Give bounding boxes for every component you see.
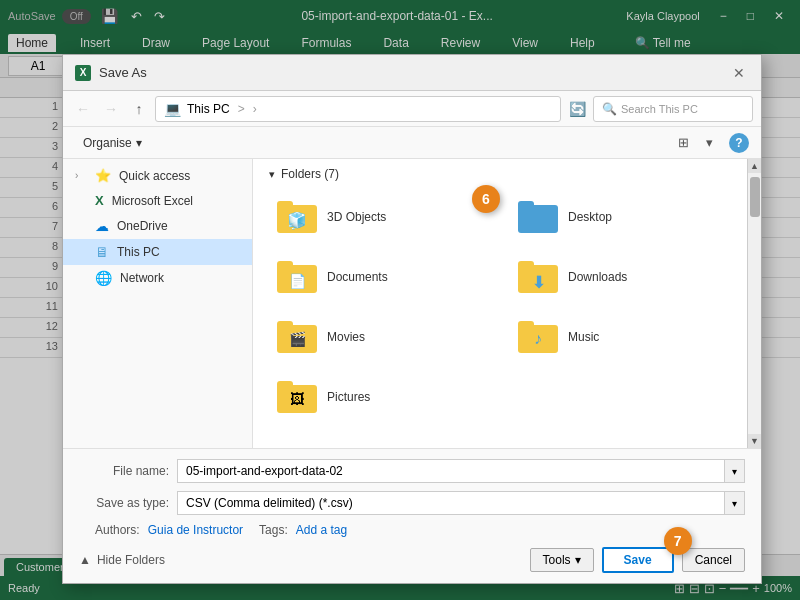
tools-label: Tools [543, 553, 571, 567]
folder-3d-objects[interactable]: 🧊 3D Objects 6 [269, 193, 490, 241]
quick-access-expand-icon: › [75, 170, 87, 181]
folder-documents-label: Documents [327, 270, 388, 284]
folder-music-label: Music [568, 330, 599, 344]
address-chevron[interactable]: › [253, 102, 257, 116]
save-type-dropdown-button[interactable]: ▾ [725, 491, 745, 515]
files-grid: 🧊 3D Objects 6 Desktop [269, 193, 731, 421]
help-button[interactable]: ? [729, 133, 749, 153]
sidebar-item-this-pc[interactable]: 🖥 This PC [63, 239, 252, 265]
folder-pictures[interactable]: 🖼 Pictures [269, 373, 490, 421]
save-type-display: CSV (Comma delimited) (*.csv) [177, 491, 725, 515]
network-icon: 🌐 [95, 270, 112, 286]
tags-label: Tags: [259, 523, 288, 537]
file-name-dropdown-button[interactable]: ▾ [725, 459, 745, 483]
address-separator: > [238, 102, 245, 116]
onedrive-label: OneDrive [117, 219, 168, 233]
scroll-up-button[interactable]: ▲ [748, 159, 762, 173]
excel-label: Microsoft Excel [112, 194, 193, 208]
hide-folders-arrow-icon: ▲ [79, 553, 91, 567]
save-button-container: Save 7 [602, 547, 674, 573]
address-this-pc-label: This PC [187, 102, 230, 116]
folder-desktop[interactable]: Desktop [510, 193, 731, 241]
sidebar-item-network[interactable]: 🌐 Network [63, 265, 252, 291]
dialog-sidebar: › ⭐ Quick access X Microsoft Excel ☁ One… [63, 159, 253, 448]
folder-desktop-icon [518, 201, 558, 233]
dialog-nav-bar: ← → ↑ 💻 This PC > › 🔄 🔍 Search This PC [63, 91, 761, 127]
view-type-button[interactable]: ⊞ [671, 131, 695, 155]
hide-folders-button[interactable]: ▲ Hide Folders [79, 549, 165, 571]
sidebar-item-quick-access[interactable]: › ⭐ Quick access [63, 163, 252, 188]
dialog-title-bar: X Save As ✕ [63, 55, 761, 91]
folder-downloads-label: Downloads [568, 270, 627, 284]
nav-back-button[interactable]: ← [71, 97, 95, 121]
dialog-toolbar: Organise ▾ ⊞ ▾ ? [63, 127, 761, 159]
scroll-down-button[interactable]: ▼ [748, 434, 762, 448]
network-label: Network [120, 271, 164, 285]
folder-3d-objects-icon: 🧊 [277, 201, 317, 233]
save-type-input-container: CSV (Comma delimited) (*.csv) ▾ [177, 491, 745, 515]
step-7-badge: 7 [664, 527, 692, 555]
view-dropdown-button[interactable]: ▾ [697, 131, 721, 155]
footer-meta: Authors: Guia de Instructor Tags: Add a … [79, 523, 745, 537]
file-name-label: File name: [79, 464, 169, 478]
this-pc-label: This PC [117, 245, 160, 259]
tools-button[interactable]: Tools ▾ [530, 548, 594, 572]
quick-access-label: Quick access [119, 169, 190, 183]
search-box[interactable]: 🔍 Search This PC [593, 96, 753, 122]
file-name-input[interactable] [177, 459, 725, 483]
authors-value[interactable]: Guia de Instructor [148, 523, 243, 537]
excel-file-icon: X [95, 193, 104, 208]
address-bar[interactable]: 💻 This PC > › [155, 96, 561, 122]
folder-downloads-icon: ⬇ [518, 261, 558, 293]
save-as-dialog: X Save As ✕ ← → ↑ 💻 This PC > › 🔄 🔍 Sear… [62, 54, 762, 584]
dialog-body: › ⭐ Quick access X Microsoft Excel ☁ One… [63, 159, 761, 448]
save-button[interactable]: Save [602, 547, 674, 573]
dialog-close-button[interactable]: ✕ [729, 63, 749, 83]
folder-desktop-label: Desktop [568, 210, 612, 224]
dialog-excel-icon: X [75, 65, 91, 81]
folder-movies[interactable]: 🎬 Movies [269, 313, 490, 361]
nav-forward-button[interactable]: → [99, 97, 123, 121]
nav-refresh-button[interactable]: 🔄 [565, 97, 589, 121]
step-6-badge: 6 [472, 185, 500, 213]
cancel-button[interactable]: Cancel [682, 548, 745, 572]
folders-collapse-arrow[interactable]: ▾ [269, 168, 275, 181]
dialog-title-label: Save As [99, 65, 147, 80]
this-pc-computer-icon: 🖥 [95, 244, 109, 260]
dialog-title: X Save As [75, 65, 147, 81]
view-buttons: ⊞ ▾ [671, 131, 721, 155]
scroll-thumb[interactable] [750, 177, 760, 217]
sidebar-item-onedrive[interactable]: ☁ OneDrive [63, 213, 252, 239]
hide-folders-label: Hide Folders [97, 553, 165, 567]
folder-documents[interactable]: 📄 Documents [269, 253, 490, 301]
folder-music-icon: ♪ [518, 321, 558, 353]
folder-music[interactable]: ♪ Music [510, 313, 731, 361]
tools-chevron-icon: ▾ [575, 553, 581, 567]
authors-item: Authors: Guia de Instructor [95, 523, 243, 537]
nav-up-button[interactable]: ↑ [127, 97, 151, 121]
dialog-scrollbar[interactable]: ▲ ▼ [747, 159, 761, 448]
folder-documents-icon: 📄 [277, 261, 317, 293]
folder-pictures-label: Pictures [327, 390, 370, 404]
organise-button[interactable]: Organise ▾ [75, 133, 150, 153]
save-type-label: Save as type: [79, 496, 169, 510]
folder-pictures-icon: 🖼 [277, 381, 317, 413]
sidebar-item-excel[interactable]: X Microsoft Excel [63, 188, 252, 213]
folders-header: ▾ Folders (7) [269, 167, 731, 181]
save-type-row: Save as type: CSV (Comma delimited) (*.c… [79, 491, 745, 515]
tags-value[interactable]: Add a tag [296, 523, 347, 537]
address-pc-icon: 💻 [164, 101, 181, 117]
onedrive-cloud-icon: ☁ [95, 218, 109, 234]
search-placeholder-label: Search This PC [621, 103, 698, 115]
organise-chevron-icon: ▾ [136, 136, 142, 150]
folder-downloads[interactable]: ⬇ Downloads [510, 253, 731, 301]
file-name-input-container: ▾ [177, 459, 745, 483]
organise-label: Organise [83, 136, 132, 150]
authors-label: Authors: [95, 523, 140, 537]
dialog-files-area: ▾ Folders (7) 🧊 3D Objects 6 [253, 159, 747, 448]
search-icon: 🔍 [602, 102, 617, 116]
folder-movies-icon: 🎬 [277, 321, 317, 353]
footer-actions: Tools ▾ Save 7 Cancel [530, 547, 745, 573]
footer-bottom-row: ▲ Hide Folders Tools ▾ Save 7 Cancel [79, 547, 745, 573]
folder-movies-label: Movies [327, 330, 365, 344]
